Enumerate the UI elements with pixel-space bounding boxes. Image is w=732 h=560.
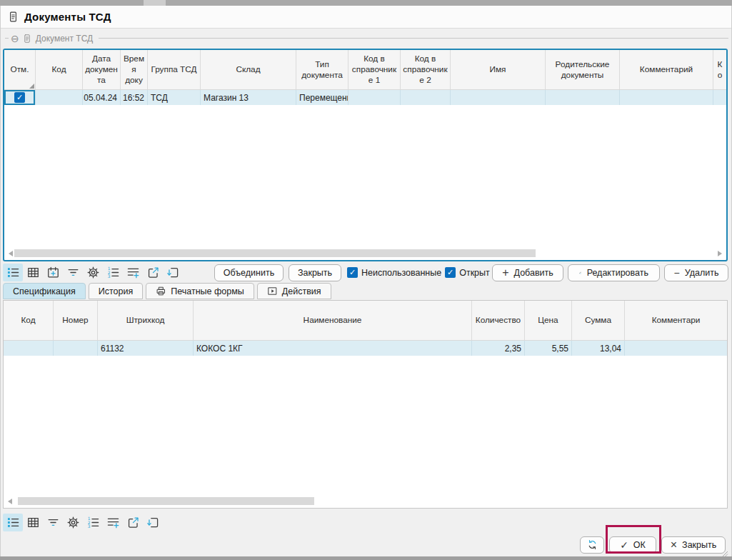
open-checkbox-row[interactable]: ✓ Открыт: [445, 267, 490, 278]
row-comment-cell[interactable]: [620, 90, 713, 105]
footer-bar: ✓ ОК × Закрыть: [0, 533, 732, 556]
column-header-refcode2[interactable]: Код в справочнике 2: [401, 50, 451, 89]
page-title: Документы ТСД: [24, 11, 111, 23]
column-header-doctype[interactable]: Тип документа: [296, 50, 349, 89]
open-checkbox[interactable]: ✓: [445, 267, 456, 278]
settings-gear-button[interactable]: [83, 264, 103, 281]
open-external-button[interactable]: [143, 264, 163, 281]
numbered-list-button[interactable]: [83, 514, 103, 531]
horizontal-scrollbar[interactable]: [5, 496, 726, 506]
column-header-date[interactable]: Дата документа: [83, 50, 121, 89]
row-time-cell[interactable]: 16:52: [121, 90, 148, 105]
close-button[interactable]: × Закрыть: [661, 536, 726, 554]
scrollbar-thumb[interactable]: [14, 249, 536, 257]
edit-button[interactable]: Редактировать: [568, 264, 660, 281]
unused-checkbox[interactable]: ✓: [347, 267, 358, 278]
row-itemname-cell[interactable]: КОКОС 1КГ: [194, 341, 472, 356]
delete-button[interactable]: − Удалить: [664, 264, 728, 281]
document-icon: [7, 11, 19, 23]
column-header-refcode1[interactable]: Код в справочнике 1: [349, 50, 401, 89]
add-to-list-button[interactable]: [103, 514, 123, 531]
tab-specification[interactable]: Спецификация: [3, 283, 86, 299]
title-bar: Документы ТСД: [1, 6, 731, 29]
plus-icon: +: [502, 267, 508, 279]
row-refcode1-cell[interactable]: [349, 90, 401, 105]
close-documents-button[interactable]: Закрыть: [289, 264, 341, 281]
tab-history[interactable]: История: [89, 283, 143, 299]
specification-table-header: Код Номер Штрихкод Наименование Количест…: [4, 301, 727, 341]
row-code-cell[interactable]: [4, 341, 54, 356]
tab-actions[interactable]: Действия: [257, 283, 331, 299]
window-bottom-strip: [0, 556, 732, 560]
scrollbar-thumb[interactable]: [18, 497, 314, 505]
ok-button[interactable]: ✓ ОК: [609, 536, 656, 554]
scroll-left-arrow[interactable]: [8, 499, 12, 504]
column-header-quantity[interactable]: Количество: [472, 301, 525, 340]
table-row[interactable]: 61132 КОКОС 1КГ 2,35 5,55 13,04: [4, 341, 727, 356]
row-number-cell[interactable]: [54, 341, 98, 356]
row-code-cell[interactable]: [36, 90, 83, 105]
play-box-icon: [267, 286, 278, 296]
refresh-button[interactable]: [580, 536, 604, 554]
calendar-add-button[interactable]: [43, 264, 63, 281]
scroll-right-arrow[interactable]: [718, 251, 722, 256]
horizontal-scrollbar[interactable]: [6, 249, 725, 259]
column-header-name[interactable]: Имя: [451, 50, 546, 89]
row-comment-cell[interactable]: [625, 341, 727, 356]
add-button[interactable]: + Добавить: [492, 264, 563, 281]
tab-print-forms[interactable]: Печатные формы: [146, 283, 254, 299]
grid-view-button[interactable]: [23, 514, 43, 531]
add-to-list-button[interactable]: [123, 264, 143, 281]
column-header-number[interactable]: Номер: [54, 301, 98, 340]
unused-checkbox-row[interactable]: ✓ Неиспользованные: [347, 267, 441, 278]
column-header-time[interactable]: Время доку: [121, 50, 148, 89]
documents-table[interactable]: Отм. Код Дата документа Время доку Групп…: [3, 49, 728, 261]
row-parentdocs-cell[interactable]: [546, 90, 620, 105]
grid-view-button[interactable]: [23, 264, 43, 281]
filter-button[interactable]: [43, 514, 63, 531]
row-warehouse-cell[interactable]: Магазин 13: [201, 90, 296, 105]
column-header-itemname[interactable]: Наименование: [194, 301, 472, 340]
column-header-parentdocs[interactable]: Родительские документы: [546, 50, 620, 89]
view-list-button[interactable]: [3, 514, 23, 531]
specification-table[interactable]: Код Номер Штрихкод Наименование Количест…: [3, 300, 728, 509]
column-header-price[interactable]: Цена: [525, 301, 572, 340]
row-clipped-cell[interactable]: [713, 90, 726, 105]
row-price-cell[interactable]: 5,55: [525, 341, 572, 356]
view-list-button[interactable]: [3, 264, 23, 281]
unused-checkbox-label: Неиспользованные: [361, 268, 441, 278]
filter-button[interactable]: [63, 264, 83, 281]
column-header-otm[interactable]: Отм.: [4, 50, 36, 89]
column-header-comment[interactable]: Комментарий: [620, 50, 713, 89]
column-header-warehouse[interactable]: Склад: [201, 50, 296, 89]
row-name-cell[interactable]: [451, 90, 546, 105]
reload-button[interactable]: [143, 514, 163, 531]
merge-button[interactable]: Объединить: [214, 264, 284, 281]
column-header-comment[interactable]: Комментари: [625, 301, 727, 340]
row-quantity-cell[interactable]: 2,35: [472, 341, 525, 356]
reload-button[interactable]: [163, 264, 183, 281]
collapse-icon[interactable]: ⊖: [11, 34, 19, 44]
open-external-button[interactable]: [123, 514, 143, 531]
column-header-kod[interactable]: Код: [36, 50, 83, 89]
row-sum-cell[interactable]: 13,04: [572, 341, 625, 356]
row-barcode-cell[interactable]: 61132: [98, 341, 194, 356]
row-date-cell[interactable]: 05.04.24: [83, 90, 121, 105]
numbered-list-button[interactable]: [103, 264, 123, 281]
column-header-clipped[interactable]: Ко: [713, 50, 726, 89]
divider: [99, 38, 728, 39]
settings-gear-button[interactable]: [63, 514, 83, 531]
column-header-group[interactable]: Группа ТСД: [148, 50, 201, 89]
column-header-code[interactable]: Код: [4, 301, 54, 340]
row-refcode2-cell[interactable]: [401, 90, 451, 105]
column-header-sum[interactable]: Сумма: [572, 301, 625, 340]
row-mark-cell[interactable]: ✓: [4, 90, 36, 105]
row-group-cell[interactable]: ТСД: [148, 90, 201, 105]
row-doctype-cell[interactable]: Перемещени: [296, 90, 349, 105]
column-header-barcode[interactable]: Штрихкод: [98, 301, 194, 340]
detail-tabs: Спецификация История Печатные формы Дейс…: [3, 283, 331, 299]
table-row[interactable]: ✓ 05.04.24 16:52 ТСД Магазин 13 Перемеще…: [4, 90, 726, 105]
scroll-left-arrow[interactable]: [9, 251, 13, 256]
documents-toolbar: Объединить Закрыть ✓ Неиспользованные ✓ …: [3, 263, 728, 282]
row-checkbox[interactable]: ✓: [14, 92, 25, 103]
